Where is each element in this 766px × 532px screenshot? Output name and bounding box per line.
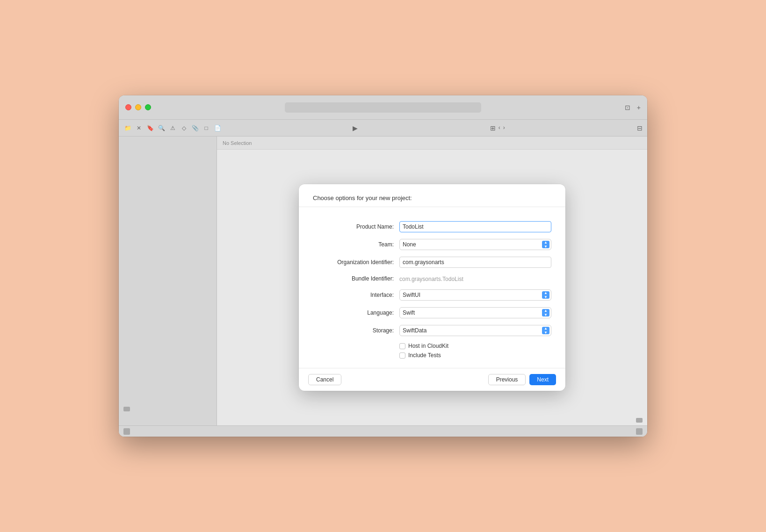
doc-icon[interactable]: 📄 — [213, 124, 222, 132]
warning-icon[interactable]: ⚠ — [168, 124, 177, 132]
org-identifier-label: Organization Identifier: — [313, 259, 399, 266]
traffic-lights — [125, 104, 151, 110]
modal-footer: Cancel Previous Next — [299, 368, 565, 391]
titlebar: ⊡ + — [119, 95, 647, 120]
interface-select[interactable]: SwiftUI Storyboard — [399, 289, 551, 301]
product-name-label: Product Name: — [313, 223, 399, 230]
include-tests-label: Include Tests — [408, 352, 441, 359]
org-identifier-row: Organization Identifier: — [313, 257, 551, 268]
previous-button[interactable]: Previous — [488, 374, 526, 385]
modal-overlay: Choose options for your new project: Pro… — [217, 150, 647, 425]
team-select[interactable]: None — [399, 239, 551, 250]
bundle-identifier-row: Bundle Identifier: com.graysonarts.TodoL… — [313, 274, 551, 283]
inspector-icon[interactable]: ⊟ — [637, 124, 643, 132]
new-project-modal: Choose options for your new project: Pro… — [299, 184, 565, 391]
interface-row: Interface: SwiftUI Storyboard — [313, 289, 551, 301]
bundle-identifier-label: Bundle Identifier: — [313, 275, 399, 282]
storage-label: Storage: — [313, 327, 399, 334]
storage-control: SwiftData Core Data None ▲ ▼ — [399, 325, 551, 336]
host-cloudkit-row: Host in CloudKit — [399, 343, 551, 349]
storage-row: Storage: SwiftData Core Data None — [313, 325, 551, 336]
modal-body: Product Name: Team: — [299, 207, 565, 368]
next-button[interactable]: Next — [529, 374, 556, 385]
bookmark-icon[interactable]: 🔖 — [146, 124, 154, 132]
host-cloudkit-checkbox[interactable] — [399, 343, 405, 349]
no-selection-text: No Selection — [223, 140, 252, 146]
close-button[interactable] — [125, 104, 131, 110]
language-select[interactable]: Swift Objective-C — [399, 307, 551, 318]
bottom-left-icon — [123, 428, 130, 435]
diamond-icon[interactable]: ◇ — [180, 124, 188, 132]
toolbar: 📁 ✕ 🔖 🔍 ⚠ ◇ 📎 □ 📄 ▶ ⊞ ‹ › ⊟ — [119, 120, 647, 137]
interface-control: SwiftUI Storyboard ▲ ▼ — [399, 289, 551, 301]
org-identifier-control — [399, 257, 551, 268]
search-icon[interactable]: 🔍 — [157, 124, 166, 132]
modal-header: Choose options for your new project: — [299, 184, 565, 207]
footer-right-buttons: Previous Next — [488, 374, 556, 385]
editor-main: Choose options for your new project: Pro… — [217, 150, 647, 425]
include-tests-row: Include Tests — [399, 352, 551, 359]
interface-label: Interface: — [313, 292, 399, 298]
checkbox-area: Host in CloudKit Include Tests — [399, 343, 551, 359]
sidebar-bottom — [123, 407, 130, 411]
language-row: Language: Swift Objective-C — [313, 307, 551, 318]
language-control: Swift Objective-C ▲ ▼ — [399, 307, 551, 318]
bundle-identifier-control: com.graysonarts.TodoList — [399, 274, 551, 283]
split-view-icon[interactable]: ⊡ — [625, 104, 630, 111]
modal-title: Choose options for your new project: — [313, 194, 412, 201]
cancel-button[interactable]: Cancel — [308, 374, 341, 385]
include-tests-checkbox[interactable] — [399, 352, 405, 359]
bundle-identifier-value: com.graysonarts.TodoList — [399, 276, 463, 282]
sidebar-bottom-icon — [123, 407, 130, 411]
no-selection-bar: No Selection — [217, 137, 647, 150]
bottom-bar — [119, 425, 647, 437]
x-icon[interactable]: ✕ — [135, 124, 143, 132]
maximize-button[interactable] — [145, 104, 151, 110]
back-arrow-icon[interactable]: ‹ — [498, 124, 501, 132]
host-cloudkit-label: Host in CloudKit — [408, 343, 448, 349]
titlebar-search — [285, 102, 481, 113]
play-button[interactable]: ▶ — [353, 124, 358, 132]
xcode-window: ⊡ + 📁 ✕ 🔖 🔍 ⚠ ◇ 📎 □ 📄 ▶ ⊞ ‹ › ⊟ — [119, 95, 647, 437]
main-content: No Selection Choose options for your new… — [119, 137, 647, 425]
product-name-row: Product Name: — [313, 221, 551, 232]
titlebar-right-icons: ⊡ + — [625, 104, 641, 111]
folder-icon[interactable]: 📁 — [123, 124, 132, 132]
language-label: Language: — [313, 309, 399, 316]
nav-arrows: ⊞ ‹ › — [489, 124, 506, 132]
bottom-right-icon — [636, 428, 643, 435]
clip-icon[interactable]: 📎 — [191, 124, 199, 132]
add-icon[interactable]: + — [637, 104, 641, 111]
grid-icon[interactable]: ⊞ — [489, 124, 497, 132]
minimize-button[interactable] — [135, 104, 141, 110]
sidebar — [119, 137, 217, 425]
team-row: Team: None ▲ — [313, 239, 551, 250]
product-name-control — [399, 221, 551, 232]
team-control: None ▲ ▼ — [399, 239, 551, 250]
storage-select[interactable]: SwiftData Core Data None — [399, 325, 551, 336]
editor-area: No Selection Choose options for your new… — [217, 137, 647, 425]
org-identifier-input[interactable] — [399, 257, 551, 268]
right-panel-icon — [636, 418, 643, 423]
forward-arrow-icon[interactable]: › — [502, 124, 506, 132]
product-name-input[interactable] — [399, 221, 551, 232]
team-label: Team: — [313, 241, 399, 248]
square-icon[interactable]: □ — [202, 124, 210, 132]
